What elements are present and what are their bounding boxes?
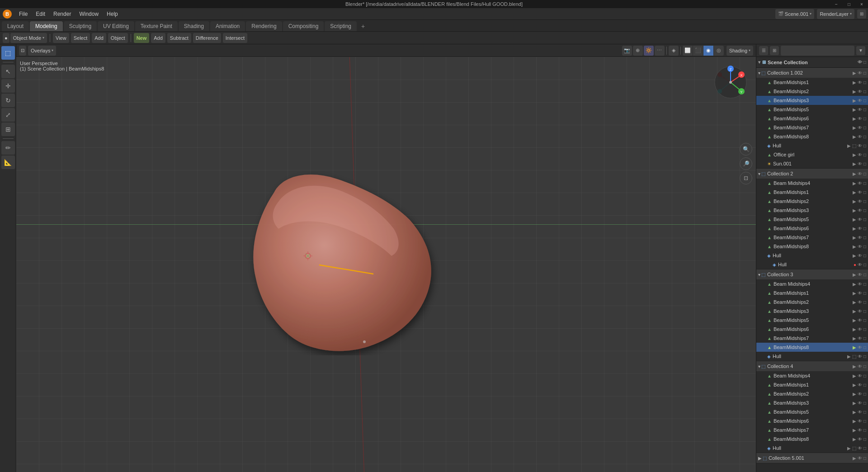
item-beammidships2-c3[interactable]: ▲BeamMidships2 ▶👁□ — [756, 297, 868, 307]
render-layer-selector[interactable]: RenderLayer ▾ — [817, 9, 854, 19]
transform-tool[interactable]: ⊞ — [1, 123, 15, 136]
menu-help[interactable]: Help — [103, 9, 122, 19]
outliner-filter-btn[interactable]: ▼ — [856, 46, 865, 55]
zoom-out-btn[interactable]: 🔎 — [740, 157, 752, 170]
item-beammidships8-c4[interactable]: ▲BeamMidships8 ▶👁□ — [756, 434, 868, 444]
minimize-button[interactable]: − — [830, 0, 843, 8]
intersect-button[interactable]: Intersect — [223, 33, 247, 43]
viewport-more-icon[interactable]: ⋯ — [655, 46, 665, 56]
header-filter-icon[interactable]: ⊞ — [857, 9, 866, 19]
item-beammidships5-c2[interactable]: ▲BeamMidships5 ▶👁□ — [756, 215, 868, 224]
tab-scripting[interactable]: Scripting — [325, 21, 357, 31]
shading-dropdown[interactable]: Shading ▾ — [726, 46, 753, 56]
item-beammidships2-c2[interactable]: ▲BeamMidships2 ▶👁□ — [756, 197, 868, 206]
rotate-tool[interactable]: ↻ — [1, 94, 15, 107]
select-menu[interactable]: Select — [71, 33, 90, 43]
solid-shade-btn[interactable]: ⬛ — [693, 46, 703, 56]
menu-window[interactable]: Window — [75, 9, 102, 19]
item-beammidships3-c1[interactable]: ▲BeamMidships3 ▶👁□ — [756, 96, 868, 105]
collection-1-header[interactable]: ▾ ⬚ Collection 1.002 ▶ 👁 □ — [756, 68, 868, 78]
viewport-render-icon[interactable]: 🔆 — [644, 46, 654, 56]
scene-collection-header[interactable]: ▾ ⊞ Scene Collection 👁 □ — [756, 57, 868, 68]
scene-selector[interactable]: 🎬 Scene.001 ▾ — [775, 9, 815, 19]
add-workspace-button[interactable]: + — [358, 21, 368, 31]
tab-compositing[interactable]: Compositing — [283, 21, 324, 31]
move-tool[interactable]: ✛ — [1, 79, 15, 93]
item-beammidships1-c2[interactable]: ▲BeamMidships1 ▶👁□ — [756, 188, 868, 197]
select-mode-btn[interactable]: ● — [3, 33, 9, 43]
cursor-tool[interactable]: ↖ — [1, 65, 15, 78]
item-beammidships1-c4[interactable]: ▲BeamMidships1 ▶👁□ — [756, 380, 868, 389]
eye-icon[interactable]: 👁 — [858, 80, 862, 85]
item-beammidships8-c3[interactable]: ▲BeamMidships8 ▶👁□ — [756, 343, 868, 352]
outliner-display-mode-icon[interactable]: ☰ — [759, 46, 768, 55]
item-beammidships1-c3[interactable]: ▲BeamMidships1 ▶👁□ — [756, 288, 868, 297]
item-hull-c3[interactable]: ◈Hull ▶⬚👁□ — [756, 352, 868, 361]
item-beammidships4-c4[interactable]: ▲Beam Midships4 ▶👁□ — [756, 371, 868, 380]
item-hull-c1[interactable]: ◈Hull ▶⬚👁□ — [756, 141, 868, 150]
item-officegirl-c1[interactable]: ▲Office girl ▶👁□ — [756, 150, 868, 159]
collection-3-header[interactable]: ▾ ⬚ Collection 3 ▶ 👁 □ — [756, 269, 868, 279]
view-menu[interactable]: View — [53, 33, 69, 43]
viewport-area[interactable]: ⊡ Overlays ▾ 📷 ⊕ 🔆 ⋯ ◈ ⬜ ⬛ ◉ ◎ — [16, 44, 756, 472]
scene-col-render-icon[interactable]: □ — [863, 60, 866, 65]
col1-expand-icon[interactable]: ▶ — [853, 71, 856, 76]
wire-shade-btn[interactable]: ⬜ — [683, 46, 693, 56]
item-beammidships8-c1[interactable]: ▲BeamMidships8 ▶👁□ — [756, 132, 868, 141]
annotate-tool[interactable]: ✏ — [1, 141, 15, 155]
item-beammidships7-c4[interactable]: ▲BeamMidships7 ▶👁□ — [756, 425, 868, 434]
item-hull-c2[interactable]: ◈Hull ▶👁□ — [756, 251, 868, 260]
item-beammidships6-c1[interactable]: ▲BeamMidships6 ▶👁□ — [756, 114, 868, 123]
col1-vis-icon[interactable]: 👁 — [858, 71, 862, 76]
collection-4-header[interactable]: ▾ ⬚ Collection 4 ▶ 👁 □ — [756, 361, 868, 371]
item-sun001-c1[interactable]: ☀Sun.001 ▶👁□ — [756, 159, 868, 168]
maximize-button[interactable]: □ — [843, 0, 855, 8]
blender-logo[interactable]: B — [2, 9, 13, 19]
material-shade-btn[interactable]: ◉ — [703, 46, 713, 56]
toggle-perspective-btn[interactable]: ⊡ — [740, 172, 752, 184]
outliner-filter-icon[interactable]: ⊞ — [770, 46, 779, 55]
outliner-search-input[interactable] — [781, 46, 854, 56]
item-beammidships8-c2[interactable]: ▲BeamMidships8 ▶👁□ — [756, 242, 868, 251]
tab-texture-paint[interactable]: Texture Paint — [135, 21, 178, 31]
tab-animation[interactable]: Animation — [210, 21, 245, 31]
window-controls[interactable]: − □ × — [830, 0, 868, 8]
viewport-transform-icon[interactable]: ⊕ — [633, 46, 643, 56]
col1-render-icon[interactable]: □ — [863, 71, 866, 76]
item-beammidships3-c2[interactable]: ▲BeamMidships3 ▶👁□ — [756, 206, 868, 215]
collection-2-header[interactable]: ▾ ⬚ Collection 2 ▶ 👁 □ — [756, 169, 868, 179]
object-menu[interactable]: Object — [108, 33, 128, 43]
item-beammidships3-c3[interactable]: ▲BeamMidships3 ▶👁□ — [756, 307, 868, 316]
zoom-in-btn[interactable]: 🔍 — [740, 143, 752, 156]
tab-sculpting[interactable]: Sculpting — [64, 21, 97, 31]
tab-rendering[interactable]: Rendering — [246, 21, 282, 31]
tab-uv-editing[interactable]: UV Editing — [98, 21, 134, 31]
item-beammidships3-c4[interactable]: ▲BeamMidships3 ▶👁□ — [756, 398, 868, 407]
object-mode-dropdown[interactable]: Object Mode ▾ — [10, 33, 47, 43]
overlays-btn[interactable]: ◈ — [669, 46, 679, 56]
item-beammidships6-c2[interactable]: ▲BeamMidships6 ▶👁□ — [756, 224, 868, 233]
item-beammidships4-c3[interactable]: ▲Beam Midships4 ▶👁□ — [756, 279, 868, 288]
menu-file[interactable]: File — [15, 9, 31, 19]
item-hull-sub-c2[interactable]: ◈Hull ●👁□ — [756, 260, 868, 269]
vis-icon[interactable]: ▶ — [853, 80, 856, 85]
item-beammidships5-c4[interactable]: ▲BeamMidships5 ▶👁□ — [756, 407, 868, 416]
item-beammidships6-c4[interactable]: ▲BeamMidships6 ▶👁□ — [756, 416, 868, 425]
subtract-button[interactable]: Subtract — [167, 33, 191, 43]
item-beammidships6-c3[interactable]: ▲BeamMidships6 ▶👁□ — [756, 325, 868, 334]
menu-edit[interactable]: Edit — [32, 9, 49, 19]
collection-5-header[interactable]: ▶ ⬚ Collection 5.001 ▶ 👁 □ — [756, 453, 868, 463]
item-beammidships7-c2[interactable]: ▲BeamMidships7 ▶👁□ — [756, 233, 868, 242]
axis-gizmo[interactable]: Z X Y — [712, 64, 749, 100]
item-beammidships7-c3[interactable]: ▲BeamMidships7 ▶👁□ — [756, 334, 868, 343]
new-button[interactable]: New — [134, 33, 150, 43]
item-beammidships5-c3[interactable]: ▲BeamMidships5 ▶👁□ — [756, 316, 868, 325]
select-box-tool[interactable]: ⬚ — [1, 46, 15, 60]
viewport-overlay-toggle[interactable]: Overlays ▾ — [28, 46, 56, 56]
item-beammidships4-c2[interactable]: ▲Beam Midships4 ▶👁□ — [756, 179, 868, 188]
viewport-mode-icon[interactable]: ⊡ — [19, 46, 26, 56]
viewport-camera-icon[interactable]: 📷 — [622, 46, 632, 56]
add-bool-button[interactable]: Add — [151, 33, 165, 43]
close-button[interactable]: × — [855, 0, 868, 8]
menu-render[interactable]: Render — [50, 9, 75, 19]
